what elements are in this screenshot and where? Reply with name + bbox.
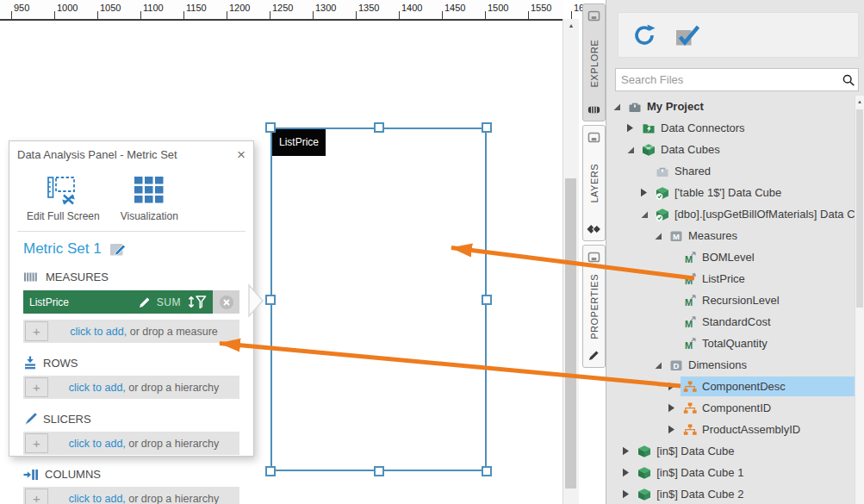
close-icon[interactable]: ×: [237, 147, 246, 162]
ruler-tick: [227, 11, 227, 19]
tree-item-data-connectors[interactable]: Data Connectors: [606, 117, 855, 139]
tree-scrollbar[interactable]: ▲: [855, 96, 864, 504]
expander-spacer: [666, 316, 677, 327]
plus-icon[interactable]: +: [25, 321, 48, 341]
measure-icon: M: [682, 271, 697, 286]
canvas-vertical-scrollbar[interactable]: ▲: [563, 19, 579, 504]
pencil-white-icon[interactable]: [139, 296, 151, 308]
selected-table-visual[interactable]: ListPrice: [270, 128, 487, 471]
tree-item-productassemblyid[interactable]: ProductAssemblyID: [606, 419, 855, 440]
collapsed-icon[interactable]: [666, 424, 677, 435]
hierarchy-icon: [682, 401, 697, 415]
selection-handle[interactable]: [482, 466, 492, 476]
tree-item-label: [in$] Data Cube: [656, 445, 734, 457]
plus-icon[interactable]: +: [25, 433, 48, 453]
collapsed-icon[interactable]: [666, 381, 677, 392]
tree-item-standardcost[interactable]: MStandardCost: [606, 311, 855, 333]
selection-handle[interactable]: [265, 295, 276, 305]
add-row-measures[interactable]: +click to add, or drop a measure: [23, 320, 239, 343]
scroll-up-icon[interactable]: ▲: [855, 96, 864, 108]
collapsed-icon[interactable]: [620, 488, 631, 500]
selection-handle[interactable]: [265, 122, 276, 133]
click-to-add-link[interactable]: click to add,: [69, 438, 126, 450]
ruler-tick: [183, 11, 184, 19]
expanded-icon[interactable]: [638, 208, 650, 220]
collapsed-icon[interactable]: [625, 122, 636, 134]
expanded-icon[interactable]: [625, 144, 636, 155]
tab-explore[interactable]: EXPLORE: [582, 3, 606, 121]
measure-label: ListPrice: [29, 296, 139, 308]
collapsed-icon[interactable]: [638, 187, 650, 198]
tab-layers[interactable]: LAYERS: [582, 125, 606, 241]
scroll-up-icon[interactable]: ▲: [563, 19, 579, 33]
tree-item-recursionlevel[interactable]: MRecursionLevel: [606, 289, 855, 311]
edit-full-screen-button[interactable]: Edit Full Screen: [27, 174, 100, 222]
expander-spacer: [638, 165, 650, 177]
refresh-button[interactable]: [631, 22, 658, 49]
tree-item-measures[interactable]: MMeasures: [606, 225, 855, 246]
drop-hint-label: or drop a measure: [127, 326, 218, 338]
tree-item-label: Measures: [688, 229, 737, 242]
collapsed-icon[interactable]: [620, 445, 631, 457]
expanded-icon[interactable]: [652, 230, 663, 241]
plus-icon[interactable]: +: [25, 377, 48, 397]
canvas-scrollbar-thumb[interactable]: [565, 178, 576, 488]
panel-collapse-chevron-icon[interactable]: [248, 283, 265, 318]
collapsed-icon[interactable]: [666, 402, 677, 414]
selection-handle[interactable]: [482, 122, 492, 133]
ruler-tick-label: 1100: [143, 3, 164, 13]
selection-handle[interactable]: [374, 466, 384, 476]
search-icon[interactable]: [839, 73, 858, 87]
tree-item-shared[interactable]: Shared: [606, 160, 855, 182]
tree-item-in-data-cube[interactable]: [in$] Data Cube: [606, 440, 855, 462]
tree-item-listprice[interactable]: MListPrice: [606, 268, 855, 289]
add-row-columns[interactable]: +click to add, or drop a hierarchy: [23, 487, 239, 504]
checkmark-button[interactable]: [674, 22, 701, 49]
selection-handle[interactable]: [482, 295, 492, 305]
tree-item-table-1-data-cube[interactable]: ['table 1$'] Data Cube: [606, 182, 855, 203]
search-input[interactable]: [616, 73, 839, 86]
plus-icon[interactable]: +: [25, 488, 48, 504]
add-row-rows[interactable]: +click to add, or drop a hierarchy: [23, 376, 239, 399]
tree-item-in-data-cube-1[interactable]: [in$] Data Cube 1: [606, 462, 855, 483]
selection-handle[interactable]: [374, 122, 384, 133]
tree-item-my-project[interactable]: My Project: [606, 96, 855, 117]
collapsed-icon[interactable]: [620, 467, 631, 478]
remove-measure-button[interactable]: [213, 290, 239, 314]
explore-panel: My ProjectData ConnectorsData CubesShare…: [606, 0, 864, 504]
tree-item-componentid[interactable]: ComponentID: [606, 397, 855, 419]
measures-folder-icon: M: [668, 228, 683, 243]
tree-scrollbar-thumb[interactable]: [856, 109, 863, 308]
add-row-slicers[interactable]: +click to add, or drop a hierarchy: [23, 432, 239, 455]
tree-item-dimensions[interactable]: DDimensions: [606, 354, 855, 376]
tree-item-componentdesc[interactable]: ComponentDesc: [606, 376, 855, 397]
edit-pencil-icon[interactable]: [109, 241, 126, 257]
expanded-icon[interactable]: [652, 359, 663, 370]
tab-properties[interactable]: PROPERTIES: [582, 245, 606, 368]
tree-item-in-data-cube-2[interactable]: [in$] Data Cube 2: [606, 483, 855, 504]
rows-section-icon: [23, 356, 37, 370]
data-analysis-panel: Data Analysis Panel - Metric Set × Edit …: [9, 140, 254, 457]
tree-item-label: Data Cubes: [661, 143, 720, 156]
section-label: ROWS: [43, 357, 78, 370]
click-to-add-link[interactable]: click to add,: [69, 493, 126, 504]
sort-filter-icon[interactable]: [187, 295, 207, 309]
expanded-icon[interactable]: [611, 101, 622, 112]
window-icon: [587, 10, 600, 22]
click-to-add-link[interactable]: click to add,: [69, 382, 126, 394]
measure-item-listprice[interactable]: ListPriceSUM: [23, 290, 239, 314]
ruler-tick-label: 1300: [315, 3, 336, 13]
click-to-add-link[interactable]: click to add,: [70, 326, 127, 338]
checkmark-icon: [674, 23, 701, 47]
database-icon: [587, 105, 600, 115]
selection-handle[interactable]: [265, 466, 276, 476]
aggregator-label[interactable]: SUM: [157, 296, 181, 308]
data-cube-icon: [637, 487, 651, 501]
tree-item-bomlevel[interactable]: MBOMLevel: [606, 246, 855, 268]
tree-item-dbo-uspgetbillofmaterials-data-cu[interactable]: [dbo].[uspGetBillOfMaterials] Data Cu: [606, 203, 855, 225]
layers-icon: [587, 224, 601, 234]
ruler-tick-label: 1450: [444, 3, 465, 13]
visualization-button[interactable]: Visualization: [121, 174, 178, 222]
tree-item-totalquantity[interactable]: MTotalQuantity: [606, 333, 855, 354]
tree-item-data-cubes[interactable]: Data Cubes: [606, 139, 855, 160]
